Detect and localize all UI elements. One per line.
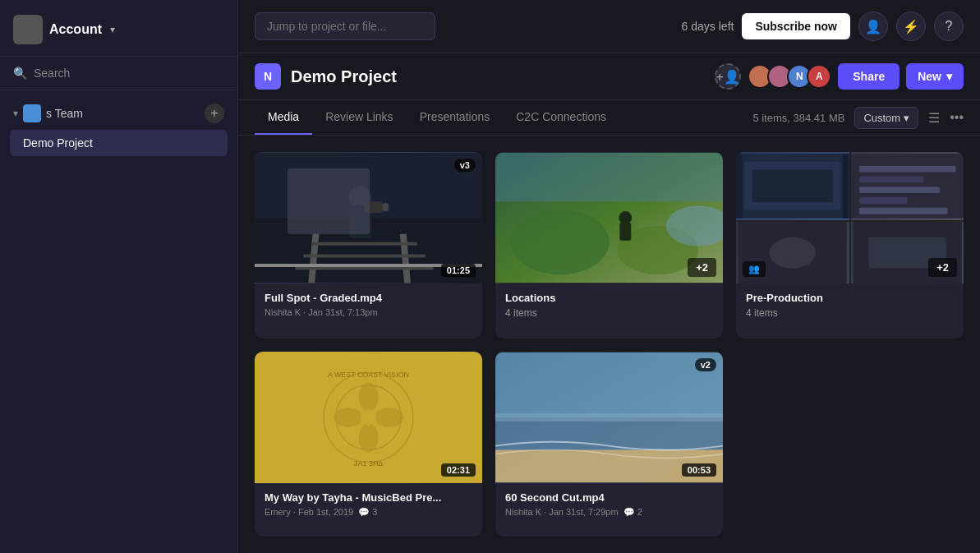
project-header-right: +👤 N A Share New ▾ [715,63,964,90]
media-meta-sixty-second: Nishita K · Jan 31st, 7:29pm 💬 2 [505,507,713,518]
svg-point-12 [512,210,610,274]
comment-icon-sixty-second: 💬 2 [623,507,642,518]
svg-rect-16 [619,223,631,241]
new-label: New [918,70,941,83]
media-card-sixty-second[interactable]: v2 00:53 60 Second Cut.mp4 Nishita K · J… [495,352,723,537]
tabs-bar: Media Review Links Presentations C2C Con… [238,100,980,136]
tab-media[interactable]: Media [255,100,312,135]
profile-icon: 👤 [865,19,881,35]
svg-text:A WEST COAST VISION: A WEST COAST VISION [328,370,409,378]
svg-point-15 [619,211,632,224]
svg-rect-21 [843,154,849,219]
svg-rect-8 [349,205,372,238]
project-header-left: N Demo Project [255,63,397,90]
top-bar: 6 days left Subscribe now 👤 ⚡ ? [238,0,980,53]
team-avatar [23,104,41,122]
subscribe-button[interactable]: Subscribe now [742,13,850,39]
account-avatar [13,15,43,44]
media-card-my-way[interactable]: A WEST COAST VISION 3A1 3HΔ 02:31 My Way… [255,352,482,537]
media-info-sixty-second: 60 Second Cut.mp4 Nishita K · Jan 31st, … [495,483,723,528]
sidebar-account[interactable]: Account ▾ [0,0,237,57]
more-options-button[interactable]: ••• [950,110,964,125]
media-name-my-way: My Way by Tayha - MusicBed Pre... [265,491,472,504]
media-thumb-pre-production: 👥 +2 [736,152,964,283]
comment-icon-my-way: 💬 3 [358,507,377,518]
top-bar-right: 6 days left Subscribe now 👤 ⚡ ? [682,12,964,41]
lightning-button[interactable]: ⚡ [896,12,926,41]
duration-badge-sixty-second: 00:53 [682,463,716,477]
media-meta-my-way: Emery · Feb 1st, 2019 💬 3 [265,507,472,518]
svg-rect-14 [495,153,723,201]
help-button[interactable]: ? [934,12,964,41]
new-chevron-icon: ▾ [946,70,952,83]
sidebar-team-section: ▾ s Team + Demo Project [0,90,237,163]
share-button[interactable]: Share [838,63,899,90]
account-name: Account [49,22,102,37]
profile-button[interactable]: 👤 [858,12,888,41]
svg-rect-10 [382,203,389,211]
pre-production-sub-1 [736,152,849,220]
svg-rect-4 [311,242,417,246]
media-thumb-sixty-second: v2 00:53 [495,352,723,483]
items-count: 5 items, 384.41 MB [752,112,844,124]
svg-text:3A1 3HΔ: 3A1 3HΔ [354,459,384,468]
sidebar: Account ▾ 🔍 Search ▾ s Team + Demo Proje… [0,0,238,553]
project-header: N Demo Project +👤 N A Share New ▾ [238,53,980,100]
svg-rect-24 [858,166,955,173]
media-info-pre-production: Pre-Production 4 items [736,283,964,329]
member-avatars: N A [748,64,831,89]
team-chevron-icon: ▾ [13,108,18,119]
media-thumb-full-spot: v3 01:25 [255,152,482,283]
team-name: s Team [46,107,83,120]
svg-point-30 [769,237,816,268]
media-card-full-spot[interactable]: v3 01:25 Full Spot - Graded.mp4 Nishita … [255,152,482,339]
media-items-count-pre-production: 4 items [746,307,954,319]
media-info-my-way: My Way by Tayha - MusicBed Pre... Emery … [255,483,482,528]
main-content: 6 days left Subscribe now 👤 ⚡ ? N Demo P… [238,0,980,553]
sidebar-project-item[interactable]: Demo Project [10,130,228,156]
duration-badge-full-spot: 01:25 [441,264,476,277]
svg-point-7 [349,186,372,209]
media-info-locations: Locations 4 items [495,283,723,329]
project-title: Demo Project [291,67,397,86]
version-badge-sixty-second: v2 [695,358,716,371]
tab-c2c-connections[interactable]: C2C Connections [503,100,619,135]
sidebar-team-header[interactable]: ▾ s Team + [7,99,231,128]
custom-sort-dropdown[interactable]: Custom ▾ [854,107,918,129]
version-badge-full-spot: v3 [454,159,476,172]
media-info-full-spot: Full Spot - Graded.mp4 Nishita K · Jan 3… [255,283,482,327]
pre-production-sub-2 [851,152,964,220]
svg-point-38 [334,408,363,427]
sidebar-search[interactable]: 🔍 Search [0,57,237,90]
svg-rect-25 [858,176,923,182]
search-input[interactable] [255,12,435,40]
top-bar-left [255,12,435,40]
plus-badge-locations: +2 [688,258,716,277]
new-button[interactable]: New ▾ [906,63,964,90]
plus-badge-pre-production: +2 [928,258,957,277]
svg-point-36 [359,382,379,412]
svg-rect-9 [365,201,383,213]
svg-rect-27 [858,197,907,204]
media-name-full-spot: Full Spot - Graded.mp4 [265,292,472,304]
svg-rect-20 [736,154,743,219]
media-card-locations[interactable]: +2 Locations 4 items [495,152,723,339]
svg-rect-28 [858,208,947,214]
media-name-sixty-second: 60 Second Cut.mp4 [505,491,713,504]
tab-review-links[interactable]: Review Links [312,100,406,135]
media-card-pre-production[interactable]: 👥 +2 Pre-Production 4 items [736,152,964,339]
sort-chevron-icon: ▾ [904,112,909,124]
add-member-button[interactable]: +👤 [715,63,741,90]
add-team-button[interactable]: + [205,104,224,123]
sidebar-search-label: Search [34,67,70,80]
tab-presentations[interactable]: Presentations [407,100,504,135]
sidebar-team-left: ▾ s Team [13,104,83,122]
media-thumb-locations: +2 [495,152,723,283]
list-view-button[interactable]: ☰ [928,110,940,126]
svg-rect-44 [495,352,723,417]
media-meta-full-spot: Nishita K · Jan 31st, 7:13pm [265,307,472,317]
tabs-right: 5 items, 384.41 MB Custom ▾ ☰ ••• [752,107,964,129]
svg-rect-6 [295,266,433,270]
media-grid: v3 01:25 Full Spot - Graded.mp4 Nishita … [238,136,980,553]
duration-badge-my-way: 02:31 [441,463,476,477]
